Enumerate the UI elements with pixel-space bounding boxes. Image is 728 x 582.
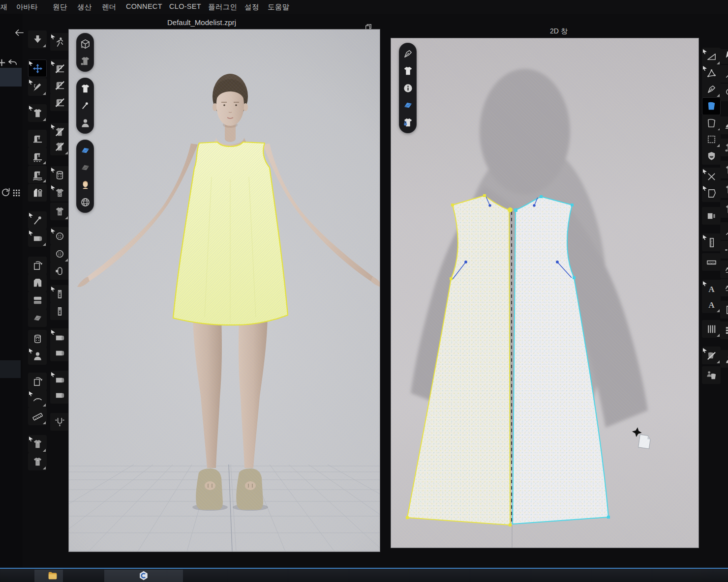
edge-texture-1-tool[interactable] xyxy=(720,161,728,178)
environment-view[interactable] xyxy=(79,196,91,208)
refresh-icon[interactable] xyxy=(0,187,11,198)
pattern-info-toggle[interactable] xyxy=(402,82,414,94)
menu-item-8[interactable]: 플러그인 xyxy=(208,2,237,12)
garment-dress-3d[interactable] xyxy=(173,142,288,325)
drape-garment-tool[interactable] xyxy=(28,104,47,122)
undo-icon[interactable] xyxy=(7,57,18,68)
texture-bag-tool[interactable] xyxy=(50,166,69,184)
fabric-front-view[interactable] xyxy=(79,145,91,156)
rectangle-pattern-tool[interactable] xyxy=(702,115,721,132)
edge-avatar-tool[interactable] xyxy=(720,350,728,368)
select-move-tool[interactable] xyxy=(28,59,47,77)
import-tool[interactable] xyxy=(28,30,47,48)
detach-sewing-tool[interactable] xyxy=(50,93,69,111)
clone-pattern-tool[interactable] xyxy=(702,207,721,225)
grading-ruler-tool[interactable] xyxy=(702,253,721,271)
edge-hook-tool[interactable] xyxy=(720,65,728,83)
select-lasso-tool[interactable] xyxy=(28,78,47,96)
edge-cursor-tool[interactable] xyxy=(720,49,728,64)
fit-avatar-tool[interactable] xyxy=(28,347,47,365)
edge-texture-2-tool[interactable] xyxy=(720,180,728,198)
transform-pattern-tool[interactable] xyxy=(702,48,721,65)
free-sewing-tool[interactable] xyxy=(28,166,47,183)
zipper-tool[interactable] xyxy=(50,285,69,303)
panel-pair-tool[interactable] xyxy=(28,309,47,327)
edit-text-tool[interactable]: A xyxy=(702,280,721,297)
grid-view-icon[interactable] xyxy=(11,187,21,197)
menu-item-9[interactable]: 설정 xyxy=(244,2,259,12)
notch-tool[interactable] xyxy=(702,168,721,185)
fold-garment-tool[interactable] xyxy=(28,291,47,309)
edge-elastic-tool[interactable] xyxy=(720,261,728,278)
view-mode-cube[interactable] xyxy=(79,38,91,50)
garment-sewing-tool[interactable] xyxy=(28,184,47,202)
show-pins-toggle[interactable] xyxy=(79,100,91,112)
pen-pattern-tool[interactable] xyxy=(702,80,721,98)
menu-item-7[interactable]: CLO-SET xyxy=(169,2,201,10)
remove-sewing-tool[interactable] xyxy=(50,76,69,94)
cut-and-sew-tool[interactable] xyxy=(702,347,721,364)
segment-sewing-tool[interactable] xyxy=(28,147,47,165)
outerwear-tool[interactable] xyxy=(28,274,47,291)
edge-texture-3-tool[interactable] xyxy=(720,200,728,218)
garment-measure-tool[interactable] xyxy=(28,435,47,453)
view-mode-garment[interactable] xyxy=(79,55,91,67)
edge-loupe-tool[interactable] xyxy=(720,84,728,101)
text-tool[interactable]: A xyxy=(702,295,721,313)
texture-shirt-2-tool[interactable] xyxy=(50,203,69,220)
pin-tool[interactable] xyxy=(28,211,47,229)
add-icon[interactable] xyxy=(0,57,7,68)
avatar-skin-view[interactable] xyxy=(79,179,91,191)
show-garment-2d-toggle[interactable] xyxy=(402,65,414,77)
texture-shirt-tool[interactable] xyxy=(50,184,69,202)
fabric-roll-tool[interactable] xyxy=(50,386,69,404)
button-tool[interactable] xyxy=(50,245,69,262)
select-button-tool[interactable] xyxy=(50,227,69,245)
menu-item-5[interactable]: 렌더 xyxy=(102,2,117,12)
lock-pattern-toggle[interactable] xyxy=(402,116,414,128)
left-panel-selection-bar[interactable] xyxy=(0,68,22,87)
extract-pattern-tool[interactable] xyxy=(702,184,721,202)
walk-pose-tool[interactable] xyxy=(50,33,69,51)
tape-measure-tool[interactable] xyxy=(28,390,47,407)
edge-iron-tool[interactable] xyxy=(720,116,728,134)
remove-shirt-seam-tool[interactable] xyxy=(50,138,69,155)
dart-tool[interactable] xyxy=(702,147,721,165)
edge-baseline-tool[interactable] xyxy=(720,241,728,259)
fabric-back-view[interactable] xyxy=(79,162,91,174)
menu-item-6[interactable]: CONNECT xyxy=(126,2,162,10)
show-avatar-toggle[interactable] xyxy=(79,117,91,129)
pleats-tool[interactable] xyxy=(702,320,721,338)
edit-zipper-tool[interactable] xyxy=(50,302,69,320)
edge-add-fabric-tool[interactable] xyxy=(720,301,728,319)
clip-tool[interactable] xyxy=(50,413,69,431)
menu-item-10[interactable]: 도움말 xyxy=(268,2,289,12)
trace-pattern-tool[interactable] xyxy=(702,130,721,148)
menu-item-3[interactable]: 원단 xyxy=(53,2,67,12)
menu-item-1[interactable]: 자재 xyxy=(0,2,8,12)
trim-tool[interactable] xyxy=(50,344,69,361)
menu-item-4[interactable]: 생산 xyxy=(77,2,92,12)
viewport-3d[interactable] xyxy=(69,29,380,552)
menu-item-2[interactable]: 아바타 xyxy=(16,2,38,12)
buttonhole-tool[interactable] xyxy=(50,262,69,280)
folder-icon[interactable] xyxy=(47,570,58,581)
edit-sewing-tool[interactable] xyxy=(50,59,69,77)
back-arrow-icon[interactable] xyxy=(14,27,24,37)
flip-pattern-tool[interactable] xyxy=(28,257,47,274)
rotate-garment-tool[interactable] xyxy=(28,373,47,390)
edge-shirt-tool[interactable] xyxy=(720,139,728,156)
sewing-machine-tool[interactable] xyxy=(28,130,47,147)
seam-ruler-tool[interactable] xyxy=(702,233,721,251)
pattern-to-avatar-tool[interactable] xyxy=(702,366,721,384)
edit-curve-point-tool[interactable] xyxy=(702,64,721,82)
fabric-view-2d[interactable] xyxy=(402,99,414,111)
edge-layers-tool[interactable] xyxy=(720,321,728,339)
clo-app-icon[interactable] xyxy=(138,570,149,581)
garment-measure-2-tool[interactable] xyxy=(28,453,47,470)
ruler-tool[interactable] xyxy=(28,407,47,425)
pen-brush-tool[interactable] xyxy=(402,48,414,59)
polygon-pattern-tool[interactable] xyxy=(702,97,721,115)
edge-shirring-tool[interactable] xyxy=(720,279,728,296)
fold-arrangement-tool[interactable] xyxy=(28,229,47,247)
